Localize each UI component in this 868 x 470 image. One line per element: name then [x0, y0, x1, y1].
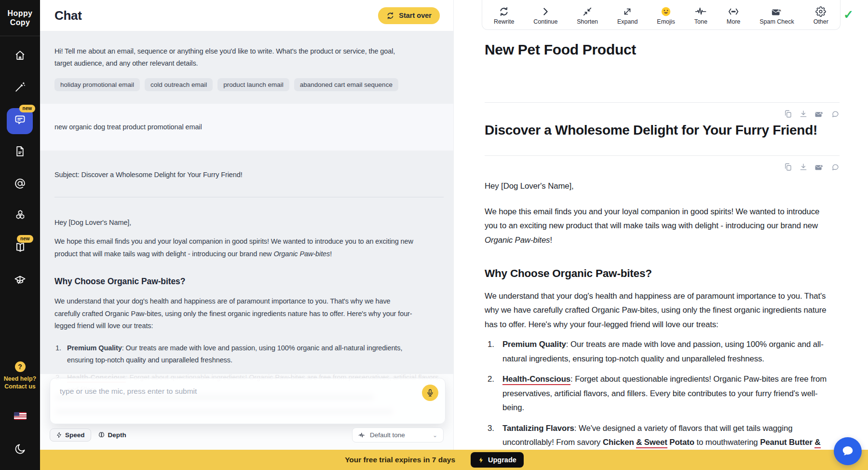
us-flag-language-toggle[interactable] [14, 412, 27, 420]
support-chat-widget[interactable] [834, 437, 862, 465]
chat-input-placeholder: type or use the mic, press enter to subm… [60, 387, 416, 396]
sidebar-item-integrations[interactable] [0, 209, 40, 221]
list-item[interactable]: Health-Conscious: Forget about questiona… [485, 372, 851, 415]
subject-line: Subject: Discover a Wholesome Delight fo… [54, 169, 444, 181]
home-icon [14, 49, 26, 61]
chat-input-controls: Speed Depth Default tone ⌄ [50, 428, 444, 442]
document-editor: New Pet Food Product Discover a Wholesom… [485, 0, 851, 470]
comment-icon[interactable] [831, 162, 840, 171]
sidebar-item-documents[interactable] [0, 145, 40, 157]
new-badge: new [17, 235, 33, 243]
copy-icon[interactable] [784, 162, 792, 171]
document-icon [14, 145, 26, 157]
download-icon[interactable] [799, 162, 808, 171]
expand-icon [622, 6, 633, 17]
new-badge: new [19, 105, 35, 112]
tone-wave-icon [358, 432, 366, 439]
brain-icon [98, 431, 105, 439]
chip-abandoned-cart-email-sequence[interactable]: abandoned cart email sequence [294, 78, 398, 91]
divider [54, 197, 444, 197]
spam-icon[interactable] [814, 109, 824, 118]
blocks-icon [14, 209, 27, 221]
email-paragraph[interactable]: We hope this email finds you and your lo… [485, 205, 851, 248]
tone-button[interactable]: Tone [694, 6, 707, 25]
suggestion-chips: holiday promotional email cold outreach … [54, 78, 444, 91]
continue-button[interactable]: Continue [533, 6, 557, 25]
academy-icon [14, 274, 27, 287]
help-contact[interactable]: ? Need help? Contact us [0, 361, 40, 390]
sidebar-item-mentions[interactable] [0, 178, 40, 190]
start-over-button[interactable]: Start over [378, 7, 440, 24]
block-action-icons [485, 109, 840, 118]
sidebar-item-library[interactable]: new [0, 241, 40, 254]
user-message: new organic dog treat product promotiona… [40, 104, 453, 151]
divider [485, 102, 840, 103]
moon-icon [14, 442, 27, 455]
library-icon: new [14, 241, 27, 254]
trial-message: Your free trial expires in 7 days [345, 456, 455, 464]
divider [485, 155, 840, 156]
comment-icon[interactable] [831, 109, 840, 118]
trial-banner: Your free trial expires in 7 days Upgrad… [40, 450, 868, 470]
email-list: Premium Quality: Our treats are made wit… [485, 337, 851, 464]
tone-select[interactable]: Default tone ⌄ [352, 428, 444, 442]
email-paragraph: We hope this email finds you and your lo… [54, 235, 444, 260]
svg-text:!: ! [779, 9, 780, 12]
upgrade-button[interactable]: Upgrade [471, 452, 524, 468]
chat-header: Chat Start over [40, 0, 453, 31]
user-message-text: new organic dog treat product promotiona… [54, 121, 444, 133]
chip-holiday-promotional-email[interactable]: holiday promotional email [54, 78, 140, 91]
hoppycopy-logo: Hoppy Copy [0, 0, 40, 36]
help-line1: Need help? [0, 375, 40, 383]
chat-bubble-icon [841, 444, 855, 458]
continue-icon [540, 6, 551, 17]
email-section-heading[interactable]: Why Choose Organic Paw-bites? [485, 266, 851, 281]
spam-icon[interactable] [814, 162, 824, 171]
copy-icon[interactable] [784, 109, 792, 118]
mic-button[interactable] [422, 385, 438, 401]
gear-icon [815, 6, 826, 17]
sidebar-item-academy[interactable] [0, 274, 40, 287]
sidebar-item-templates[interactable] [0, 81, 40, 93]
list-item: Premium Quality: Our treats are made wit… [54, 342, 444, 367]
other-settings-button[interactable]: Other [814, 6, 828, 25]
emoji-icon [661, 6, 671, 17]
list-item[interactable]: Premium Quality: Our treats are made wit… [485, 337, 851, 366]
chip-product-launch-email[interactable]: product launch email [217, 78, 289, 91]
email-greeting: Hey [Dog Lover's Name], [54, 217, 444, 229]
document-title[interactable]: New Pet Food Product [485, 41, 851, 59]
magic-wand-icon [14, 81, 26, 93]
email-subject-heading[interactable]: Discover a Wholesome Delight for Your Fu… [485, 121, 851, 139]
bolt-icon [56, 432, 62, 438]
editor-toolbar: Rewrite Continue Shorten Expand Emojis T… [482, 0, 841, 30]
more-icon [728, 6, 739, 17]
rewrite-icon [499, 6, 509, 17]
mention-icon [14, 178, 26, 190]
chat-icon [14, 114, 27, 129]
shorten-button[interactable]: Shorten [577, 6, 598, 25]
sidebar: Hoppy Copy new new [0, 0, 40, 470]
block-action-icons [485, 162, 840, 171]
emojis-button[interactable]: Emojis [657, 6, 675, 25]
chat-input[interactable]: type or use the mic, press enter to subm… [50, 378, 446, 424]
sidebar-item-home[interactable] [0, 49, 40, 61]
chevron-down-icon: ⌄ [433, 432, 437, 439]
theme-toggle[interactable] [0, 442, 40, 455]
chat-panel: Chat Start over Hi! Tell me about an ema… [40, 0, 454, 470]
depth-mode-button[interactable]: Depth [98, 431, 126, 439]
bot-message: Hi! Tell me about an email, sequence or … [40, 31, 453, 104]
more-button[interactable]: More [727, 6, 740, 25]
email-paragraph[interactable]: We understand that your dog's health and… [485, 289, 851, 332]
bot-message-text: Hi! Tell me about an email, sequence or … [54, 45, 444, 69]
sidebar-item-chat-active[interactable]: new [7, 108, 33, 134]
speed-mode-button[interactable]: Speed [50, 429, 91, 442]
rewrite-button[interactable]: Rewrite [494, 6, 514, 25]
expand-button[interactable]: Expand [617, 6, 637, 25]
page-title: Chat [54, 8, 82, 23]
email-greeting[interactable]: Hey [Dog Lover's Name], [485, 179, 851, 194]
saved-check-icon: ✓ [843, 8, 854, 22]
spam-check-button[interactable]: ! Spam Check [760, 6, 794, 25]
download-icon[interactable] [799, 109, 808, 118]
chip-cold-outreach-email[interactable]: cold outreach email [145, 78, 213, 91]
email-paragraph: We understand that your dog's health and… [54, 295, 444, 332]
